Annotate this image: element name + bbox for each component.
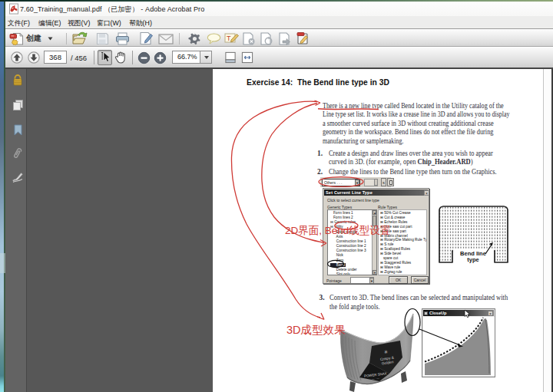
svg-text:type: type <box>467 256 478 263</box>
svg-text:T: T <box>227 35 231 42</box>
